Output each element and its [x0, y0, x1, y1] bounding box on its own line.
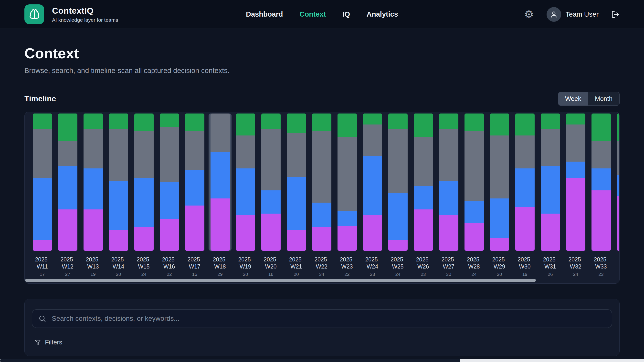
- toggle-week-button[interactable]: Week: [558, 92, 588, 105]
- stacked-bar-zone[interactable]: [31, 113, 54, 251]
- bar-segment-gray: [287, 133, 306, 177]
- timeline-column[interactable]: 2025-W34: [615, 113, 619, 277]
- timeline-column[interactable]: 2025-W3019: [513, 113, 536, 277]
- stacked-bar-zone[interactable]: [590, 113, 612, 251]
- stacked-bar-zone[interactable]: [56, 113, 79, 251]
- brand[interactable]: ContextIQ AI knowledge layer for teams: [24, 4, 118, 24]
- bar-segment-purple: [388, 240, 408, 251]
- stacked-bar-zone[interactable]: [488, 113, 511, 251]
- timeline-column[interactable]: 2025-W2824: [462, 113, 486, 277]
- timeline-column[interactable]: 2025-W1117: [31, 113, 54, 277]
- week-label: 2025-W16: [158, 256, 181, 270]
- timeline-column[interactable]: 2025-W3126: [539, 113, 562, 277]
- nav-iq[interactable]: IQ: [342, 10, 350, 18]
- week-label: 2025-W28: [462, 256, 486, 270]
- stacked-bar-zone[interactable]: [310, 113, 333, 251]
- week-count: 26: [539, 272, 562, 277]
- timeline-scroll-area[interactable]: 2025-W11172025-W12272025-W13192025-W1420…: [25, 112, 619, 277]
- week-label: 2025-W23: [336, 256, 358, 270]
- bar-segment-blue: [261, 190, 280, 214]
- week-label: 2025-W17: [183, 256, 206, 270]
- settings-gear-icon[interactable]: ⚙: [524, 9, 534, 20]
- timeline-scrollbar-thumb[interactable]: [25, 279, 536, 282]
- nav-dashboard[interactable]: Dashboard: [246, 10, 283, 18]
- stacked-bar-zone[interactable]: [208, 113, 232, 251]
- filters-button[interactable]: Filters: [34, 339, 612, 346]
- bar-segment-purple: [210, 198, 230, 251]
- timeline-column[interactable]: 2025-W2524: [386, 113, 409, 277]
- timeline-column[interactable]: 2025-W2120: [285, 113, 308, 277]
- timeline-column[interactable]: 2025-W2018: [259, 113, 282, 277]
- bar-segment-green: [490, 113, 509, 135]
- bar-segment-blue: [312, 203, 332, 227]
- page-scrollbar-thumb[interactable]: [0, 359, 460, 362]
- bar-segment-green: [414, 113, 433, 137]
- stacked-bar: [185, 113, 204, 251]
- bar-segment-purple: [566, 178, 586, 251]
- user-chip[interactable]: Team User: [546, 7, 598, 22]
- week-label: 2025-W22: [310, 256, 333, 270]
- stacked-bar-zone[interactable]: [82, 113, 104, 251]
- week-label: 2025-W20: [259, 256, 282, 270]
- bar-segment-purple: [338, 226, 357, 251]
- stacked-bar-zone[interactable]: [132, 113, 155, 251]
- bar-segment-blue: [33, 178, 52, 240]
- stacked-bar-zone[interactable]: [259, 113, 282, 251]
- stacked-bar-zone[interactable]: [513, 113, 536, 251]
- week-label: 2025-W25: [386, 256, 409, 270]
- timeline-column[interactable]: 2025-W2234: [310, 113, 333, 277]
- timeline-column[interactable]: 2025-W1715: [183, 113, 206, 277]
- stacked-bar-zone[interactable]: [361, 113, 384, 251]
- stacked-bar-zone[interactable]: [285, 113, 308, 251]
- week-count: 34: [310, 272, 333, 277]
- timeline-horizontal-scrollbar[interactable]: [25, 279, 619, 282]
- stacked-bar-zone[interactable]: [386, 113, 409, 251]
- stacked-bar-zone[interactable]: [462, 113, 486, 251]
- timeline-heading: Timeline: [24, 94, 56, 103]
- timeline-column[interactable]: 2025-W3323: [590, 113, 612, 277]
- timeline-header: Timeline Week Month: [24, 92, 620, 106]
- stacked-bar-zone[interactable]: [412, 113, 435, 251]
- stacked-bar-zone[interactable]: [336, 113, 358, 251]
- nav-analytics[interactable]: Analytics: [366, 10, 398, 18]
- stacked-bar-zone[interactable]: [158, 113, 181, 251]
- stacked-bar-zone[interactable]: [615, 113, 619, 251]
- timeline-column[interactable]: 2025-W1829: [208, 113, 232, 277]
- stacked-bar-zone[interactable]: [107, 113, 130, 251]
- timeline-column[interactable]: 2025-W2423: [361, 113, 384, 277]
- bar-segment-green: [439, 113, 458, 129]
- bar-segment-green: [109, 113, 128, 129]
- bar-segment-gray: [464, 131, 484, 201]
- nav-context[interactable]: Context: [300, 10, 326, 18]
- bar-segment-blue: [592, 168, 611, 190]
- stacked-bar: [566, 113, 586, 251]
- stacked-bar: [236, 113, 255, 251]
- bar-segment-green: [160, 113, 179, 127]
- bar-segment-blue: [185, 170, 204, 205]
- page-horizontal-scrollbar[interactable]: [0, 359, 644, 362]
- stacked-bar-zone[interactable]: [183, 113, 206, 251]
- bar-segment-gray: [388, 129, 408, 193]
- stacked-bar-zone[interactable]: [437, 113, 460, 251]
- main-nav: Dashboard Context IQ Analytics: [246, 10, 398, 18]
- timeline-column[interactable]: 2025-W3224: [564, 113, 587, 277]
- week-count: 23: [361, 272, 384, 277]
- stacked-bar-zone[interactable]: [539, 113, 562, 251]
- logout-icon[interactable]: [611, 10, 620, 18]
- timeline-column[interactable]: 2025-W1524: [132, 113, 155, 277]
- timeline-column[interactable]: 2025-W2730: [437, 113, 460, 277]
- brand-text: ContextIQ AI knowledge layer for teams: [52, 6, 118, 23]
- timeline-column[interactable]: 2025-W1420: [107, 113, 130, 277]
- stacked-bar-zone[interactable]: [234, 113, 257, 251]
- timeline-column[interactable]: 2025-W2920: [488, 113, 511, 277]
- timeline-column[interactable]: 2025-W2322: [336, 113, 358, 277]
- timeline-column[interactable]: 2025-W1920: [234, 113, 257, 277]
- stacked-bar-zone[interactable]: [564, 113, 587, 251]
- week-count: 22: [336, 272, 358, 277]
- timeline-column[interactable]: 2025-W1622: [158, 113, 181, 277]
- timeline-column[interactable]: 2025-W1319: [82, 113, 104, 277]
- toggle-month-button[interactable]: Month: [588, 92, 619, 105]
- search-input[interactable]: [32, 309, 612, 328]
- timeline-column[interactable]: 2025-W1227: [56, 113, 79, 277]
- timeline-column[interactable]: 2025-W2623: [412, 113, 435, 277]
